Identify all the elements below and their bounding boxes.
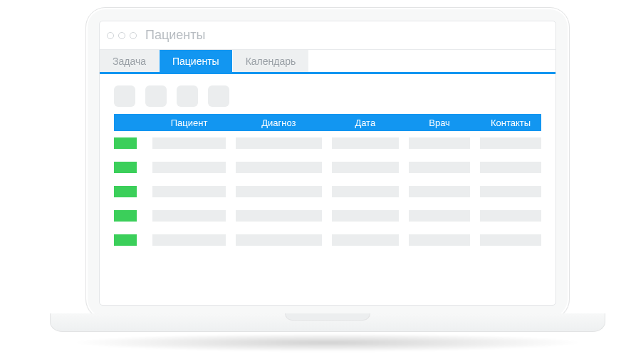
tab-patients[interactable]: Пациенты (160, 50, 233, 72)
col-contacts: Контакты (480, 118, 541, 128)
table-row[interactable] (114, 228, 541, 252)
cell-contacts (480, 234, 541, 246)
table-row[interactable] (114, 155, 541, 180)
tab-calendar[interactable]: Календарь (233, 50, 310, 72)
cell-doctor (409, 162, 470, 173)
maximize-icon[interactable] (130, 32, 137, 39)
status-badge (114, 234, 137, 246)
cell-contacts (480, 210, 541, 222)
col-diagnosis: Диагноз (236, 118, 321, 128)
cell-date (332, 210, 400, 222)
cell-patient (152, 162, 226, 173)
cell-date (332, 162, 400, 173)
cell-patient (152, 137, 226, 149)
cell-date (332, 234, 400, 246)
toolbar-button[interactable] (114, 85, 135, 107)
cell-diagnosis (236, 137, 321, 149)
window-controls[interactable] (107, 32, 137, 39)
cell-patient (152, 210, 226, 222)
table-header: Пациент Диагноз Дата Врач Контакты (114, 114, 541, 131)
cell-doctor (409, 234, 470, 246)
status-badge (114, 210, 137, 222)
tabs-bar: Задача Пациенты Календарь (100, 50, 555, 74)
laptop-notch (285, 313, 370, 321)
laptop-shadow (71, 333, 584, 352)
table-row[interactable] (114, 180, 541, 204)
status-badge (114, 162, 137, 173)
cell-diagnosis (236, 162, 321, 173)
laptop-bezel: Пациенты Задача Пациенты Календарь Пацие… (85, 7, 570, 319)
patients-table: Пациент Диагноз Дата Врач Контакты (100, 114, 555, 266)
toolbar (100, 74, 555, 114)
toolbar-button[interactable] (145, 85, 167, 107)
cell-doctor (409, 186, 470, 197)
status-badge (114, 137, 137, 149)
table-row[interactable] (114, 131, 541, 155)
cell-diagnosis (236, 234, 321, 246)
cell-date (332, 137, 400, 149)
cell-doctor (409, 137, 470, 149)
cell-patient (152, 234, 226, 246)
toolbar-button[interactable] (208, 85, 229, 107)
cell-contacts (480, 137, 541, 149)
app-window: Пациенты Задача Пациенты Календарь Пацие… (99, 21, 556, 306)
cell-contacts (480, 162, 541, 173)
minimize-icon[interactable] (118, 32, 125, 39)
laptop-base (50, 313, 605, 332)
cell-diagnosis (236, 186, 321, 197)
col-patient: Пациент (152, 118, 226, 128)
close-icon[interactable] (107, 32, 114, 39)
cell-contacts (480, 186, 541, 197)
toolbar-button[interactable] (177, 85, 198, 107)
col-doctor: Врач (409, 118, 470, 128)
status-badge (114, 186, 137, 197)
table-row[interactable] (114, 204, 541, 228)
cell-doctor (409, 210, 470, 222)
window-titlebar: Пациенты (100, 21, 555, 50)
col-date: Дата (332, 118, 400, 128)
cell-date (332, 186, 400, 197)
cell-patient (152, 186, 226, 197)
window-title: Пациенты (145, 28, 205, 43)
cell-diagnosis (236, 210, 321, 222)
tab-task[interactable]: Задача (100, 50, 160, 72)
